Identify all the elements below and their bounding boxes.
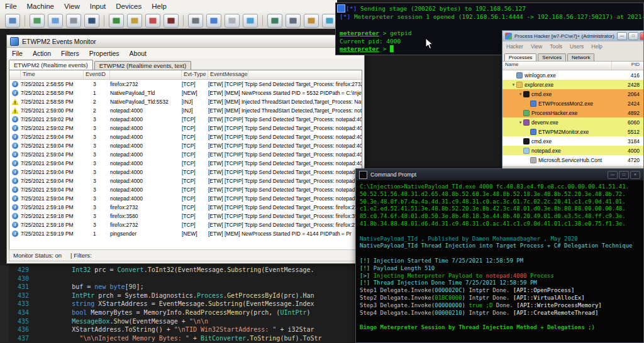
event-row[interactable]: i7/25/2021 2:59:04 PM3notepad:4000[TCP][… bbox=[9, 177, 362, 185]
shared-folder-icon[interactable] bbox=[304, 14, 319, 28]
etwpm2-menu-action[interactable]: Action bbox=[28, 49, 56, 58]
screenshot-icon[interactable] bbox=[66, 14, 81, 28]
etwpm2-menu-about[interactable]: About bbox=[125, 49, 152, 58]
minimize-button[interactable]: — bbox=[617, 32, 627, 40]
network-icon[interactable] bbox=[267, 14, 282, 28]
command-prompt-output[interactable]: C:\Injection>NativePayload_TId.exe 4000 … bbox=[356, 181, 643, 342]
host-menu-devices[interactable]: Devices bbox=[111, 1, 147, 11]
event-row[interactable]: i7/25/2021 2:59:04 PM3notepad:4000[TCP][… bbox=[9, 168, 362, 177]
ph-menu-help[interactable]: Help bbox=[587, 43, 606, 50]
etwpm2-tab-1[interactable]: ETWPM2 (Realtime events, text) bbox=[94, 61, 191, 70]
host-menu-machine[interactable]: Machine bbox=[22, 1, 59, 11]
event-id: 3 bbox=[84, 80, 110, 89]
etwpm2-titlebar[interactable]: ETWPM2 Events Monitor bbox=[7, 35, 364, 48]
event-row[interactable]: i7/25/2021 2:59:04 PM3notepad:4000[TCP][… bbox=[9, 133, 362, 141]
breakpoint-margin[interactable] bbox=[0, 266, 9, 275]
mouse-integration-icon[interactable] bbox=[206, 14, 221, 28]
event-row[interactable]: i7/25/2021 2:59:02 PM3notepad:4000[TCP][… bbox=[9, 115, 362, 124]
breakpoint-margin[interactable] bbox=[0, 325, 9, 334]
ph-tab-services[interactable]: Services bbox=[538, 53, 566, 61]
breakpoint-margin[interactable] bbox=[0, 317, 9, 326]
host-menu-view[interactable]: View bbox=[59, 1, 85, 11]
minimize-button[interactable]: — bbox=[608, 171, 618, 179]
host-menu-file[interactable]: File bbox=[0, 1, 22, 11]
session-information-icon[interactable] bbox=[48, 14, 63, 28]
usb-icon[interactable] bbox=[286, 14, 301, 28]
event-id: 3 bbox=[84, 177, 110, 185]
breakpoint-margin[interactable] bbox=[0, 275, 9, 283]
event-row[interactable]: i7/25/2021 2:59:18 PM3firefox:3580[TCP][… bbox=[9, 212, 362, 220]
ph-tab-network[interactable]: Network bbox=[567, 53, 594, 61]
audio-icon[interactable] bbox=[243, 14, 258, 28]
process-row[interactable]: ETWProcessMon2.exe2424 bbox=[502, 99, 643, 108]
event-column-header-Evt-Type[interactable]: Evt-Type bbox=[182, 70, 208, 79]
reset-icon[interactable] bbox=[145, 14, 160, 28]
close-button[interactable]: × bbox=[630, 171, 640, 179]
event-row[interactable]: i7/25/2021 2:59:04 PM3notepad:4000[TCP][… bbox=[9, 185, 362, 194]
event-row[interactable]: i7/25/2021 2:59:18 PM3firefox:2732[TCP][… bbox=[9, 203, 362, 212]
poweroff-icon[interactable] bbox=[164, 14, 179, 28]
process-row[interactable]: ProcessHacker.exe4892 bbox=[502, 108, 643, 117]
info-icon: i bbox=[12, 222, 18, 228]
event-row[interactable]: i7/25/2021 2:59:04 PM3notepad:4000[TCP][… bbox=[9, 141, 362, 150]
take-snapshot-icon[interactable] bbox=[30, 14, 45, 28]
event-column-header-EventID[interactable]: EventID bbox=[84, 70, 110, 79]
close-button[interactable]: × bbox=[640, 32, 643, 40]
event-row[interactable]: !7/25/2021 2:58:58 PM2NativePayload_Tld:… bbox=[9, 97, 362, 106]
ph-menu-hacker[interactable]: Hacker bbox=[502, 43, 527, 50]
event-row[interactable]: i7/25/2021 2:59:18 PM3firefox:2732[TCP][… bbox=[9, 220, 362, 229]
breakpoint-margin[interactable] bbox=[0, 308, 9, 317]
ph-tab-processes[interactable]: Processes bbox=[504, 53, 536, 61]
process-row[interactable]: cmd.exe3184 bbox=[502, 136, 643, 146]
process-row[interactable]: notepad.exe4000 bbox=[502, 146, 643, 155]
process-row[interactable]: Microsoft.ServiceHub.Cont4720 bbox=[502, 155, 643, 165]
tree-expander-icon[interactable]: ▾ bbox=[511, 82, 516, 87]
process-row[interactable]: ▾explorer.exe2428 bbox=[502, 80, 643, 89]
event-row[interactable]: i7/25/2021 2:59:02 PM3notepad:4000[TCP][… bbox=[9, 124, 362, 133]
host-menu-input[interactable]: Input bbox=[85, 1, 111, 11]
breakpoint-margin[interactable] bbox=[0, 291, 9, 300]
machine-settings-icon[interactable] bbox=[5, 14, 20, 28]
pause-icon[interactable] bbox=[127, 14, 142, 28]
keyboard-icon[interactable] bbox=[188, 14, 203, 28]
optical-drive-icon[interactable] bbox=[225, 14, 240, 28]
column-header-name[interactable]: Name bbox=[502, 62, 612, 70]
warning-icon: ! bbox=[12, 107, 19, 114]
process-hacker-titlebar[interactable]: Process Hacker [w7-PC\w7]+ (Administrato… bbox=[502, 31, 643, 41]
maximize-button[interactable]: □ bbox=[619, 171, 629, 179]
breakpoint-margin[interactable] bbox=[0, 300, 9, 308]
etwpm2-menu-file[interactable]: File bbox=[7, 49, 28, 58]
breakpoint-margin[interactable] bbox=[0, 283, 9, 291]
event-row[interactable]: i7/25/2021 2:59:04 PM3notepad:4000[TCP][… bbox=[9, 159, 362, 168]
breakpoint-margin[interactable] bbox=[0, 334, 9, 343]
event-column-header-icon[interactable] bbox=[9, 70, 21, 79]
event-id: 3 bbox=[84, 203, 110, 212]
ph-menu-users[interactable]: Users bbox=[566, 43, 587, 50]
process-row[interactable]: ETWPM2Monitor.exe5512 bbox=[502, 127, 643, 136]
etwpm2-tab-0[interactable]: ETWPM2 (Realtime events) bbox=[9, 60, 93, 70]
event-row[interactable]: i7/25/2021 2:58:55 PM3firefox:2732[TCP][… bbox=[9, 80, 362, 89]
process-row[interactable]: winlogon.exe416 bbox=[502, 70, 643, 80]
event-row[interactable]: i7/25/2021 2:59:04 PM3notepad:4000[TCP][… bbox=[9, 150, 362, 159]
tree-expander-icon[interactable]: ▾ bbox=[518, 120, 523, 125]
event-row[interactable]: !7/25/2021 2:59:00 PM2notepad:4000[INJ][… bbox=[9, 106, 362, 115]
ph-menu-tools[interactable]: Tools bbox=[546, 43, 566, 50]
command-prompt-titlebar[interactable]: Command Prompt —□× bbox=[356, 169, 643, 180]
tree-expander-icon[interactable]: ▾ bbox=[518, 92, 523, 97]
column-header-pid[interactable]: PID bbox=[612, 62, 643, 70]
event-row[interactable]: i7/25/2021 2:58:58 PM1NativePayload_Tld[… bbox=[9, 89, 362, 97]
process-row[interactable]: ▾devenv.exe6060 bbox=[502, 117, 643, 127]
event-row[interactable]: i7/25/2021 2:59:19 PM1pingsender[NEW][ET… bbox=[9, 229, 362, 238]
event-column-header-EventMessage[interactable]: EventMessage bbox=[208, 70, 248, 79]
start-icon[interactable] bbox=[109, 14, 124, 28]
etwpm2-menu-properties[interactable]: Properties bbox=[84, 49, 125, 58]
maximize-button[interactable]: □ bbox=[628, 32, 638, 40]
event-column-header-Time[interactable]: Time bbox=[21, 70, 84, 79]
event-row[interactable]: i7/25/2021 2:59:04 PM3notepad:4000[TCP][… bbox=[9, 194, 362, 203]
process-row[interactable]: ▾cmd.exe2064 bbox=[502, 89, 643, 99]
event-column-header-icon[interactable] bbox=[110, 70, 182, 79]
etwpm2-menu-filters[interactable]: Filters bbox=[56, 49, 84, 58]
host-menu-help[interactable]: Help bbox=[147, 1, 172, 11]
ph-menu-view[interactable]: View bbox=[527, 43, 546, 50]
display-icon[interactable] bbox=[84, 14, 99, 28]
